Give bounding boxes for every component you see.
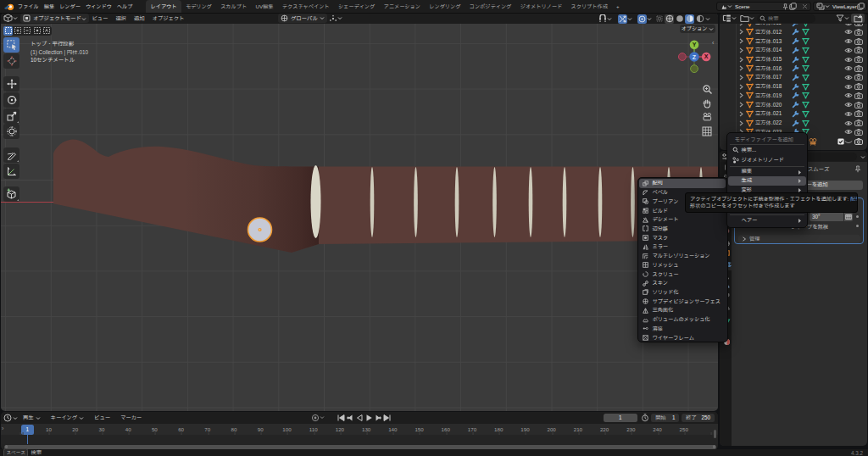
submenu-item-solidify[interactable]: ソリッド化 — [638, 288, 727, 298]
toolbar-transform-tool[interactable] — [3, 124, 19, 139]
timeline-ruler[interactable]: 1 10203040506070809010011012013014015016… — [1, 424, 718, 435]
menu-item-search[interactable]: 検索... — [728, 146, 806, 155]
hide-viewport-eye-icon[interactable] — [844, 84, 853, 90]
disclosure-icon[interactable] — [738, 38, 746, 44]
blender-logo-icon[interactable] — [3, 3, 15, 11]
mode-dropdown[interactable]: オブジェクトモード — [20, 14, 89, 23]
workspace-tab-rendering[interactable]: レンダリング — [425, 0, 465, 13]
hide-viewport-eye-closed-icon[interactable] — [844, 139, 853, 145]
disclosure-icon[interactable] — [738, 102, 746, 108]
select-mode-set[interactable] — [3, 26, 13, 36]
viewport-menu-object[interactable]: オブジェクト — [148, 14, 188, 23]
disable-render-camera-icon[interactable] — [854, 74, 863, 81]
timeline-vertical-scrollbar[interactable] — [714, 430, 716, 438]
timeline-expand-icon[interactable]: › — [2, 425, 3, 431]
toolbar-move-tool[interactable] — [3, 76, 19, 92]
submenu-item-weld[interactable]: 溶接 — [638, 325, 727, 334]
editor-type-button[interactable] — [3, 14, 18, 22]
viewport-menu-select[interactable]: 選択 — [112, 14, 131, 23]
hide-viewport-eye-icon[interactable] — [844, 47, 853, 53]
jump-to-end-button[interactable] — [382, 414, 392, 423]
new-collection-button[interactable] — [851, 14, 865, 23]
add-workspace-button[interactable]: + — [612, 3, 624, 9]
workspace-tab-sculpting[interactable]: スカルプト — [216, 0, 251, 13]
toolbar-annotate-tool[interactable] — [3, 147, 19, 163]
workspace-tab-geometry-nodes[interactable]: ジオメトリノード — [515, 0, 566, 13]
shading-material-button[interactable] — [695, 14, 704, 24]
disclosure-icon[interactable] — [738, 92, 746, 98]
transform-orientation-dropdown[interactable]: グローバル — [278, 14, 327, 23]
disclosure-icon[interactable] — [738, 65, 746, 71]
toggle-xray[interactable] — [675, 14, 684, 24]
camera-view-icon[interactable] — [701, 111, 713, 123]
hide-viewport-eye-icon[interactable] — [844, 129, 853, 135]
select-mode-invert[interactable] — [32, 26, 42, 36]
hide-viewport-eye-icon[interactable] — [844, 24, 853, 26]
timeline-track[interactable] — [1, 435, 718, 444]
viewport-menu-view[interactable]: ビュー — [88, 14, 112, 23]
outliner-row[interactable]: 立方体.016 — [720, 64, 867, 73]
angle-field[interactable]: 30° — [810, 213, 843, 221]
view-layer-selector[interactable]: ViewLayer — [813, 2, 867, 11]
disclosure-icon[interactable] — [738, 111, 746, 117]
submenu-item-volume[interactable]: ボリュームのメッシュ化 — [638, 315, 727, 325]
submenu-item-subsurf[interactable]: サブディビジョンサーフェス — [638, 297, 727, 306]
hide-viewport-eye-icon[interactable] — [844, 92, 853, 98]
toolbar-rotate-tool[interactable] — [3, 92, 19, 108]
timeline-scrollbar[interactable] — [4, 445, 716, 449]
menu-item-generate[interactable]: 生成 — [728, 176, 806, 186]
disclosure-icon[interactable] — [738, 120, 746, 126]
outliner-row[interactable]: 立方体.013 — [720, 36, 867, 46]
outliner-row[interactable]: 立方体.017 — [720, 73, 867, 82]
outliner-row[interactable]: 立方体.020 — [720, 100, 867, 109]
hide-viewport-eye-icon[interactable] — [844, 29, 853, 35]
submenu-item-triangulate[interactable]: 三角面化 — [638, 306, 727, 315]
disable-render-camera-icon[interactable] — [854, 138, 863, 145]
hide-viewport-eye-icon[interactable] — [844, 111, 853, 117]
menu-render[interactable]: レンダー — [57, 3, 83, 11]
disclosure-icon[interactable] — [738, 24, 746, 26]
frame-end-field[interactable]: 終了250 — [682, 414, 715, 423]
disable-render-camera-icon[interactable] — [854, 102, 863, 108]
workspace-tab-texture-paint[interactable]: テクスチャペイント — [278, 0, 334, 13]
hide-viewport-eye-icon[interactable] — [844, 75, 853, 81]
snap-with-toggle[interactable] — [618, 14, 632, 24]
gizmo-y-neg-axis[interactable] — [691, 64, 698, 72]
outliner-row[interactable]: 立方体.014 — [720, 46, 867, 55]
navigation-gizmo[interactable]: Y X Z — [675, 37, 714, 76]
submenu-item-remesh[interactable]: リメッシュ — [638, 260, 727, 270]
workspace-tab-scripting[interactable]: スクリプト作成 — [566, 0, 612, 13]
disable-render-camera-icon[interactable] — [854, 29, 863, 36]
menu-window[interactable]: ウィンドウ — [83, 3, 114, 11]
submenu-item-skin[interactable]: スキン — [638, 279, 727, 288]
playhead-line[interactable] — [27, 434, 29, 444]
use-preview-range-toggle[interactable] — [641, 414, 649, 422]
disable-render-camera-icon[interactable] — [854, 92, 863, 99]
sidebar-expand-icon[interactable]: ‹ — [712, 40, 714, 46]
toolbar-cursor-tool[interactable] — [3, 53, 19, 69]
properties-filter-dropdown[interactable] — [860, 153, 865, 159]
current-frame-indicator[interactable]: 1 — [21, 425, 34, 435]
options-dropdown[interactable]: オプション — [680, 25, 715, 33]
hide-viewport-eye-icon[interactable] — [844, 38, 853, 44]
guitar-neck-object[interactable] — [53, 140, 718, 253]
menu-item-geometry-nodes[interactable]: ジオメトリノード — [728, 156, 806, 165]
toggle-perspective-icon[interactable] — [701, 125, 713, 137]
disclosure-icon[interactable] — [738, 75, 746, 81]
move-view-hand-icon[interactable] — [701, 97, 713, 109]
menu-edit[interactable]: 編集 — [42, 3, 57, 11]
submenu-item-mirror[interactable]: ミラー — [638, 242, 727, 252]
pin-scene-icon[interactable] — [782, 3, 788, 10]
hide-viewport-eye-icon[interactable] — [844, 65, 853, 71]
disclosure-icon[interactable] — [738, 47, 746, 53]
decorator-dot[interactable] — [856, 225, 859, 227]
workspace-tab-layout[interactable]: レイアウト — [146, 0, 181, 13]
outliner-row[interactable]: 立方体.021 — [720, 109, 867, 119]
select-mode-intersect[interactable] — [42, 26, 52, 36]
outliner-row[interactable]: 立方体.015 — [720, 55, 867, 64]
play-reverse-button[interactable] — [354, 414, 364, 423]
disclosure-icon[interactable] — [738, 84, 746, 90]
disable-render-camera-icon[interactable] — [854, 38, 863, 45]
submenu-item-mask[interactable]: マスク — [638, 233, 727, 242]
workspace-tab-animation[interactable]: アニメーション — [379, 0, 425, 13]
